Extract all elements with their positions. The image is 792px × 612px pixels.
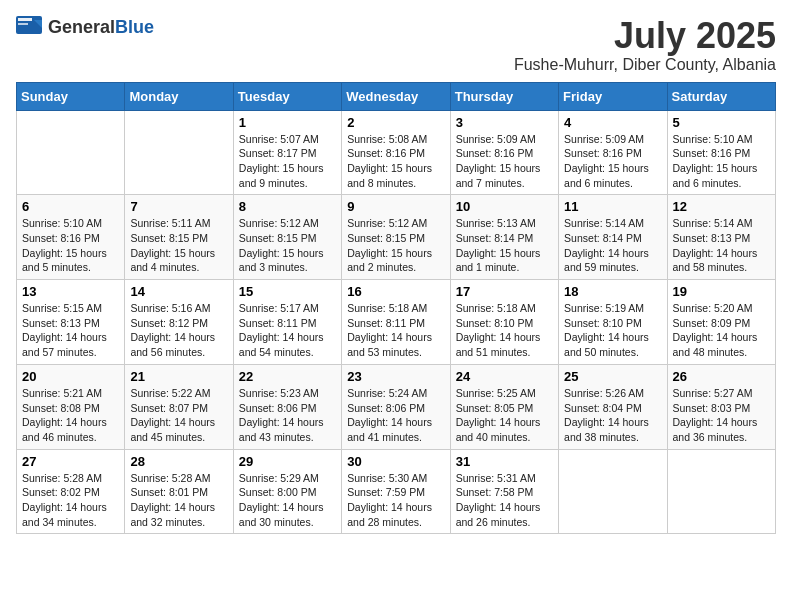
day-number: 3 — [456, 115, 553, 130]
day-info: Sunrise: 5:28 AMSunset: 8:02 PMDaylight:… — [22, 471, 119, 530]
calendar-cell: 27Sunrise: 5:28 AMSunset: 8:02 PMDayligh… — [17, 449, 125, 534]
day-number: 28 — [130, 454, 227, 469]
calendar-cell: 26Sunrise: 5:27 AMSunset: 8:03 PMDayligh… — [667, 364, 775, 449]
calendar-cell: 20Sunrise: 5:21 AMSunset: 8:08 PMDayligh… — [17, 364, 125, 449]
day-number: 31 — [456, 454, 553, 469]
logo-blue-text: Blue — [115, 17, 154, 37]
day-number: 13 — [22, 284, 119, 299]
calendar-cell: 22Sunrise: 5:23 AMSunset: 8:06 PMDayligh… — [233, 364, 341, 449]
day-number: 12 — [673, 199, 770, 214]
weekday-header-saturday: Saturday — [667, 82, 775, 110]
calendar-cell: 10Sunrise: 5:13 AMSunset: 8:14 PMDayligh… — [450, 195, 558, 280]
day-number: 9 — [347, 199, 444, 214]
calendar-cell — [17, 110, 125, 195]
day-info: Sunrise: 5:09 AMSunset: 8:16 PMDaylight:… — [564, 132, 661, 191]
calendar-cell: 31Sunrise: 5:31 AMSunset: 7:58 PMDayligh… — [450, 449, 558, 534]
day-info: Sunrise: 5:09 AMSunset: 8:16 PMDaylight:… — [456, 132, 553, 191]
day-info: Sunrise: 5:20 AMSunset: 8:09 PMDaylight:… — [673, 301, 770, 360]
day-info: Sunrise: 5:27 AMSunset: 8:03 PMDaylight:… — [673, 386, 770, 445]
calendar-cell: 7Sunrise: 5:11 AMSunset: 8:15 PMDaylight… — [125, 195, 233, 280]
calendar-cell: 5Sunrise: 5:10 AMSunset: 8:16 PMDaylight… — [667, 110, 775, 195]
day-number: 20 — [22, 369, 119, 384]
calendar-week-3: 13Sunrise: 5:15 AMSunset: 8:13 PMDayligh… — [17, 280, 776, 365]
day-info: Sunrise: 5:11 AMSunset: 8:15 PMDaylight:… — [130, 216, 227, 275]
calendar-cell: 24Sunrise: 5:25 AMSunset: 8:05 PMDayligh… — [450, 364, 558, 449]
calendar-cell: 19Sunrise: 5:20 AMSunset: 8:09 PMDayligh… — [667, 280, 775, 365]
day-number: 10 — [456, 199, 553, 214]
day-info: Sunrise: 5:18 AMSunset: 8:10 PMDaylight:… — [456, 301, 553, 360]
calendar-cell: 30Sunrise: 5:30 AMSunset: 7:59 PMDayligh… — [342, 449, 450, 534]
calendar-cell: 29Sunrise: 5:29 AMSunset: 8:00 PMDayligh… — [233, 449, 341, 534]
title-block: July 2025 Fushe-Muhurr, Diber County, Al… — [514, 16, 776, 74]
location-subtitle: Fushe-Muhurr, Diber County, Albania — [514, 56, 776, 74]
day-number: 15 — [239, 284, 336, 299]
day-info: Sunrise: 5:31 AMSunset: 7:58 PMDaylight:… — [456, 471, 553, 530]
day-info: Sunrise: 5:12 AMSunset: 8:15 PMDaylight:… — [347, 216, 444, 275]
day-info: Sunrise: 5:19 AMSunset: 8:10 PMDaylight:… — [564, 301, 661, 360]
weekday-header-monday: Monday — [125, 82, 233, 110]
day-info: Sunrise: 5:30 AMSunset: 7:59 PMDaylight:… — [347, 471, 444, 530]
day-info: Sunrise: 5:23 AMSunset: 8:06 PMDaylight:… — [239, 386, 336, 445]
day-number: 7 — [130, 199, 227, 214]
day-info: Sunrise: 5:14 AMSunset: 8:14 PMDaylight:… — [564, 216, 661, 275]
day-number: 18 — [564, 284, 661, 299]
day-number: 30 — [347, 454, 444, 469]
day-number: 22 — [239, 369, 336, 384]
day-info: Sunrise: 5:18 AMSunset: 8:11 PMDaylight:… — [347, 301, 444, 360]
day-number: 23 — [347, 369, 444, 384]
day-info: Sunrise: 5:12 AMSunset: 8:15 PMDaylight:… — [239, 216, 336, 275]
calendar-cell: 14Sunrise: 5:16 AMSunset: 8:12 PMDayligh… — [125, 280, 233, 365]
calendar-cell: 3Sunrise: 5:09 AMSunset: 8:16 PMDaylight… — [450, 110, 558, 195]
calendar-cell: 25Sunrise: 5:26 AMSunset: 8:04 PMDayligh… — [559, 364, 667, 449]
day-number: 16 — [347, 284, 444, 299]
day-info: Sunrise: 5:29 AMSunset: 8:00 PMDaylight:… — [239, 471, 336, 530]
day-info: Sunrise: 5:24 AMSunset: 8:06 PMDaylight:… — [347, 386, 444, 445]
weekday-header-row: SundayMondayTuesdayWednesdayThursdayFrid… — [17, 82, 776, 110]
day-number: 25 — [564, 369, 661, 384]
day-number: 21 — [130, 369, 227, 384]
calendar-cell: 2Sunrise: 5:08 AMSunset: 8:16 PMDaylight… — [342, 110, 450, 195]
day-info: Sunrise: 5:26 AMSunset: 8:04 PMDaylight:… — [564, 386, 661, 445]
calendar-cell: 18Sunrise: 5:19 AMSunset: 8:10 PMDayligh… — [559, 280, 667, 365]
calendar-table: SundayMondayTuesdayWednesdayThursdayFrid… — [16, 82, 776, 535]
weekday-header-thursday: Thursday — [450, 82, 558, 110]
day-number: 14 — [130, 284, 227, 299]
day-info: Sunrise: 5:10 AMSunset: 8:16 PMDaylight:… — [673, 132, 770, 191]
calendar-cell: 1Sunrise: 5:07 AMSunset: 8:17 PMDaylight… — [233, 110, 341, 195]
day-number: 24 — [456, 369, 553, 384]
calendar-cell: 28Sunrise: 5:28 AMSunset: 8:01 PMDayligh… — [125, 449, 233, 534]
day-info: Sunrise: 5:10 AMSunset: 8:16 PMDaylight:… — [22, 216, 119, 275]
day-info: Sunrise: 5:07 AMSunset: 8:17 PMDaylight:… — [239, 132, 336, 191]
day-number: 5 — [673, 115, 770, 130]
day-info: Sunrise: 5:17 AMSunset: 8:11 PMDaylight:… — [239, 301, 336, 360]
day-number: 26 — [673, 369, 770, 384]
calendar-cell: 11Sunrise: 5:14 AMSunset: 8:14 PMDayligh… — [559, 195, 667, 280]
day-info: Sunrise: 5:16 AMSunset: 8:12 PMDaylight:… — [130, 301, 227, 360]
day-number: 4 — [564, 115, 661, 130]
calendar-cell: 4Sunrise: 5:09 AMSunset: 8:16 PMDaylight… — [559, 110, 667, 195]
day-number: 2 — [347, 115, 444, 130]
weekday-header-sunday: Sunday — [17, 82, 125, 110]
day-info: Sunrise: 5:21 AMSunset: 8:08 PMDaylight:… — [22, 386, 119, 445]
calendar-cell: 17Sunrise: 5:18 AMSunset: 8:10 PMDayligh… — [450, 280, 558, 365]
logo-icon — [16, 16, 44, 38]
day-info: Sunrise: 5:25 AMSunset: 8:05 PMDaylight:… — [456, 386, 553, 445]
calendar-week-4: 20Sunrise: 5:21 AMSunset: 8:08 PMDayligh… — [17, 364, 776, 449]
page-header: GeneralBlue July 2025 Fushe-Muhurr, Dibe… — [16, 16, 776, 74]
calendar-cell: 23Sunrise: 5:24 AMSunset: 8:06 PMDayligh… — [342, 364, 450, 449]
day-number: 6 — [22, 199, 119, 214]
weekday-header-friday: Friday — [559, 82, 667, 110]
calendar-cell: 6Sunrise: 5:10 AMSunset: 8:16 PMDaylight… — [17, 195, 125, 280]
logo: GeneralBlue — [16, 16, 154, 38]
day-number: 19 — [673, 284, 770, 299]
logo-general-text: General — [48, 17, 115, 37]
month-year-title: July 2025 — [514, 16, 776, 56]
day-info: Sunrise: 5:28 AMSunset: 8:01 PMDaylight:… — [130, 471, 227, 530]
calendar-week-5: 27Sunrise: 5:28 AMSunset: 8:02 PMDayligh… — [17, 449, 776, 534]
svg-rect-2 — [18, 18, 32, 21]
day-number: 17 — [456, 284, 553, 299]
calendar-week-2: 6Sunrise: 5:10 AMSunset: 8:16 PMDaylight… — [17, 195, 776, 280]
day-info: Sunrise: 5:22 AMSunset: 8:07 PMDaylight:… — [130, 386, 227, 445]
day-info: Sunrise: 5:08 AMSunset: 8:16 PMDaylight:… — [347, 132, 444, 191]
calendar-week-1: 1Sunrise: 5:07 AMSunset: 8:17 PMDaylight… — [17, 110, 776, 195]
